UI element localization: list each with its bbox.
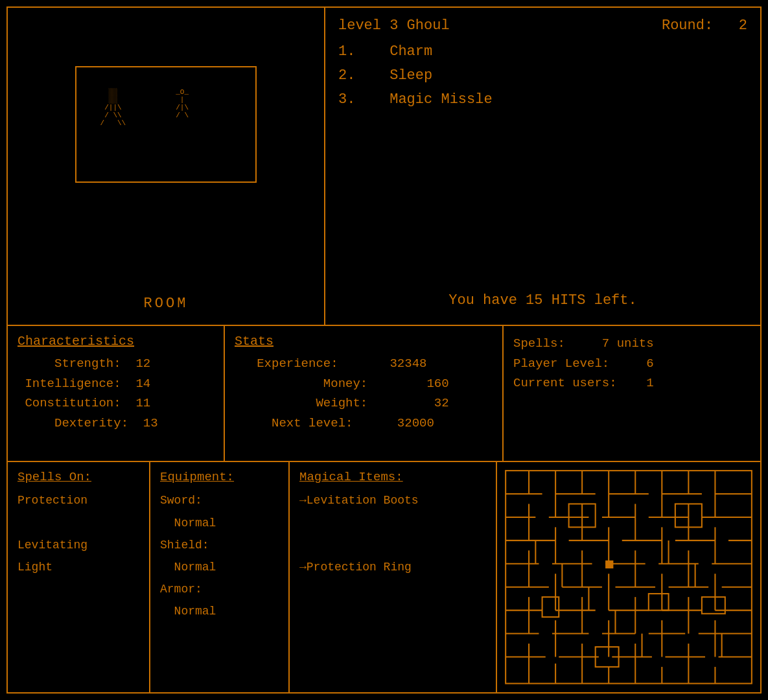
extra-panel: Spells: 7 units Player Level: 6 Current … [504,326,760,461]
equipment-text: Sword: NormalShield: NormalArmor: Normal [160,489,279,622]
spells-units-row: Spells: 7 units [513,334,751,353]
magical-items-text: →Levitation Boots→Protection Ring [299,489,486,578]
magical-items-panel: Magical Items: →Levitation Boots→Protect… [290,462,497,692]
round-info-text: Round: 2 [662,18,747,34]
spell-item-2: 2. Sleep [338,67,747,84]
room-label: ROOM [144,296,189,312]
spells-on-title: Spells On: [17,470,139,484]
constitution-row: Constitution: 11 [17,393,214,413]
stats-panel: Stats Experience: 32348 Money: 160 Weigh… [225,326,504,461]
spells-on-panel: Spells On: ProtectionLevitatingLight [8,462,150,692]
spells-on-text: ProtectionLevitatingLight [17,489,139,578]
current-users-row: Current users: 1 [513,373,751,393]
map-panel [497,462,760,692]
svg-rect-0 [502,467,755,687]
monster-sprite: ░░ ░░ /||\ / \\ / \\ [96,80,126,128]
equipment-title: Equipment: [160,470,279,484]
experience-row: Experience: 32348 [235,354,493,373]
player-level-row: Player Level: 6 [513,354,751,373]
money-row: Money: 160 [235,374,493,393]
room-panel: ░░ ░░ /||\ / \\ / \\ _O_ | /|\ / \ ROOM [8,8,325,325]
intelligence-row: Intelligence: 14 [17,374,214,393]
stats-title: Stats [235,334,493,349]
player-position [605,561,613,568]
enemy-title: level 3 Ghoul [338,18,450,34]
dexterity-row: Dexterity: 13 [17,414,214,433]
top-section: ░░ ░░ /||\ / \\ / \\ _O_ | /|\ / \ ROOM … [8,8,760,326]
equipment-panel: Equipment: Sword: NormalShield: NormalAr… [150,462,290,692]
magical-items-title: Magical Items: [299,470,486,484]
game-window: ░░ ░░ /||\ / \\ / \\ _O_ | /|\ / \ ROOM … [6,6,762,694]
next-level-row: Next level: 32000 [235,414,493,433]
enemy-round-info: level 3 Ghoul Round: 2 [338,18,747,34]
dungeon-map [502,467,755,687]
room-viewport: ░░ ░░ /||\ / \\ / \\ _O_ | /|\ / \ [75,66,257,183]
spell-panel: level 3 Ghoul Round: 2 1. Charm 2. Sleep [325,8,760,325]
weight-row: Weight: 32 [235,393,493,413]
spell-item-3: 3. Magic Missle [338,91,747,108]
spell-item-1: 1. Charm [338,43,747,60]
hero-sprite: _O_ | /|\ / \ [167,80,189,119]
middle-section: Characteristics Strength: 12 Intelligenc… [8,326,760,462]
characteristics-panel: Characteristics Strength: 12 Intelligenc… [8,326,225,461]
hits-text: You have 15 HITS left. [338,292,747,309]
spell-list: 1. Charm 2. Sleep 3. Magic Missle [338,43,747,108]
bottom-section: Spells On: ProtectionLevitatingLight Equ… [8,462,760,692]
strength-row: Strength: 12 [17,354,214,373]
characteristics-title: Characteristics [17,334,214,349]
